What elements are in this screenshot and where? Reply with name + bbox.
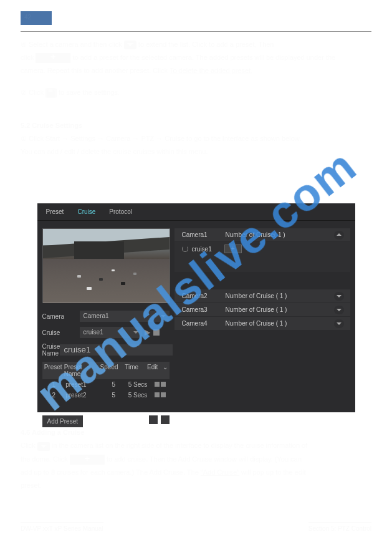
text: You can add / edit / delete the cruise c…: [21, 147, 371, 157]
col-name: Preset Name: [64, 364, 99, 377]
cell-name: preset2: [65, 392, 102, 399]
col-time: Time: [120, 364, 144, 377]
save-icon: [45, 88, 57, 98]
edit-icon[interactable]: [155, 392, 160, 397]
chevron-down-icon[interactable]: [334, 319, 344, 328]
link-add-cruise: "Add Cruise": [201, 468, 239, 476]
trash-icon[interactable]: [161, 382, 166, 387]
move-down-icon[interactable]: [161, 415, 170, 424]
cruise-name-input[interactable]: [60, 344, 173, 356]
chevron-down-icon: [124, 41, 136, 49]
cell-edit: [151, 381, 170, 388]
video-preview[interactable]: [42, 228, 170, 303]
text: to save the settings.: [59, 89, 120, 96]
text: click: [21, 54, 34, 61]
text: add up to 8 cruises for each camera.) Th…: [21, 468, 199, 476]
camera-name: Camera1: [182, 231, 226, 238]
link-delete-preset: To delete the added preset.: [170, 67, 252, 74]
heading-adding-cruise: 4.6 Adding a Cruise: [21, 427, 371, 438]
camera-label: Camera: [42, 313, 80, 320]
col-preset: Preset: [42, 364, 64, 377]
text: to add a preset, Then: [209, 41, 274, 48]
right-pane: Camera1 Number of Cruise( 1 ) cruise1 C: [174, 221, 355, 427]
tab-preset[interactable]: Preset: [46, 208, 64, 215]
trash-icon[interactable]: [161, 392, 166, 397]
camera-info: Number of Cruise ( 1 ): [226, 320, 334, 327]
chevron-down-icon[interactable]: [334, 306, 344, 314]
camera-row-4[interactable]: Camera4 Number of Cruise ( 1 ): [174, 317, 350, 331]
cell-speed: 5: [103, 392, 125, 399]
cell-name: preset1: [65, 381, 102, 388]
text: will pop up to the edit: [241, 468, 305, 476]
footer-left: DW-VP xxT xP Series Manual: [21, 522, 103, 532]
camera-select[interactable]: Camera1: [80, 311, 170, 322]
document-body-lower: 4.6 Adding a Cruise Click in the camera …: [21, 427, 371, 490]
col-edit: Edit: [144, 364, 161, 377]
cruise-select[interactable]: cruise1: [80, 327, 142, 338]
header-divider: [21, 31, 371, 32]
tab-cruise[interactable]: Cruise: [77, 208, 95, 215]
cruise-select-row: Cruise cruise1: [42, 327, 170, 338]
chevron-up-icon[interactable]: [334, 231, 344, 240]
chevron-down-icon[interactable]: [334, 292, 344, 301]
document-body: ④ Select a camera and then click to exte…: [21, 39, 371, 157]
cruise-name-label: Cruise Name: [42, 343, 60, 357]
preset-table: Preset Preset Name Speed Time Edit ⌄ 1 p…: [42, 362, 170, 400]
camera-info: Number of Cruise ( 1 ): [226, 293, 334, 299]
heading-cruise-settings: 5.2 Cruise Settings: [21, 120, 371, 131]
text: ① Click Start → Settings → Camera → PTZ …: [21, 133, 371, 144]
cruise-item[interactable]: cruise1: [182, 246, 212, 253]
text: to extend the list. Click: [138, 41, 207, 48]
cell-time: 5 Secs: [125, 392, 151, 399]
cruise-sublist: cruise1: [174, 242, 350, 272]
text: Click: [21, 442, 36, 449]
loading-icon: [182, 246, 188, 252]
edit-icon[interactable]: [155, 382, 160, 387]
table-header: Preset Preset Name Speed Time Edit ⌄: [42, 362, 170, 379]
add-preset-icon: [36, 53, 70, 63]
camera-name: Camera3: [182, 306, 226, 313]
table-row[interactable]: 2 preset2 5 5 Secs: [42, 390, 170, 400]
text: camera. Repeat this to add another prese…: [21, 67, 170, 74]
cell-edit: [151, 392, 170, 399]
cell-time: 5 Secs: [125, 381, 151, 388]
text: ④ Select a camera and then click: [21, 41, 122, 48]
cruise-settings-panel: Preset Cruise Protocol Ca: [37, 203, 355, 412]
camera-info: Number of Cruise( 1 ): [226, 231, 334, 238]
add-cruise-icon: [70, 455, 105, 465]
text: ② Click: [21, 89, 44, 96]
camera-name: Camera2: [182, 293, 226, 299]
text: preset.: [21, 480, 371, 491]
cell-speed: 5: [103, 381, 125, 388]
footer-right: Section 5: PTZ Control: [308, 522, 371, 532]
camera-row-1[interactable]: Camera1 Number of Cruise( 1 ): [174, 228, 350, 242]
camera-info: Number of Cruise ( 1 ): [226, 306, 334, 313]
cruise-item-label: cruise1: [192, 246, 212, 253]
add-cruise-button[interactable]: [224, 245, 242, 253]
tab-protocol[interactable]: Protocol: [109, 208, 132, 215]
left-pane: Camera Camera1 Cruise cruise1 Cruise Nam…: [37, 221, 174, 427]
text: in the camera list on the right side of …: [52, 442, 307, 449]
cell-idx: 1: [42, 381, 66, 388]
camera-name: Camera4: [182, 320, 226, 327]
add-preset-button[interactable]: Add Preset: [42, 415, 83, 427]
table-row[interactable]: 1 preset1 5 5 Secs: [42, 379, 170, 390]
play-icon[interactable]: [145, 329, 151, 336]
col-speed: Speed: [98, 364, 119, 377]
camera-row-3[interactable]: Camera3 Number of Cruise ( 1 ): [174, 303, 350, 317]
text: to add a preset for the selected camera.…: [73, 54, 336, 61]
cell-idx: 2: [42, 392, 66, 399]
footer: DW-VP xxT xP Series Manual Section 5: PT…: [21, 522, 371, 532]
text: to add cruise. Then the Add Cruise windo…: [107, 455, 302, 463]
chevron-down-icon: [37, 442, 50, 451]
chevron-down-icon[interactable]: ⌄: [161, 364, 170, 377]
move-up-icon[interactable]: [149, 415, 158, 424]
text: the dome. Click: [21, 455, 68, 463]
cruise-label: Cruise: [42, 329, 80, 336]
camera-row-2[interactable]: Camera2 Number of Cruise ( 1 ): [174, 289, 350, 303]
page-number-tab: 42: [21, 11, 52, 25]
camera-select-row: Camera Camera1: [42, 311, 170, 322]
cruise-name-row: Cruise Name: [42, 343, 170, 357]
stop-icon[interactable]: [153, 329, 160, 336]
tab-bar: Preset Cruise Protocol: [37, 203, 355, 221]
